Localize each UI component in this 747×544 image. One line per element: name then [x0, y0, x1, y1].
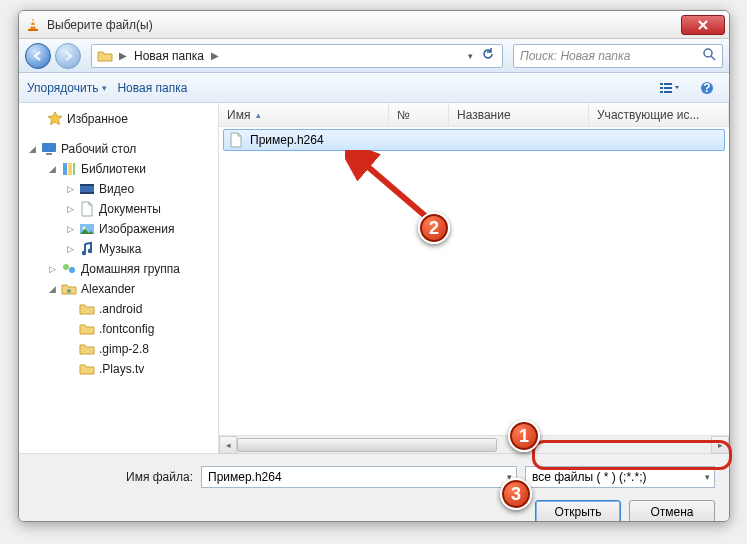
folder-icon [79, 361, 95, 377]
sidebar-tree[interactable]: Избранное ◢ Рабочий стол ◢ Библиотеки ▷ … [19, 103, 219, 453]
sidebar-item-pictures[interactable]: ▷ Изображения [19, 219, 218, 239]
search-placeholder: Поиск: Новая папка [520, 49, 630, 63]
svg-line-7 [711, 56, 715, 60]
sidebar-item-folder[interactable]: .gimp-2.8 [19, 339, 218, 359]
filename-input[interactable]: Пример.h264 ▾ [201, 466, 517, 488]
search-icon [702, 47, 716, 64]
folder-icon [79, 301, 95, 317]
column-number[interactable]: № [389, 103, 449, 126]
libraries-icon [61, 161, 77, 177]
expander-icon[interactable]: ◢ [47, 164, 57, 174]
svg-rect-13 [664, 91, 672, 93]
svg-line-31 [360, 160, 430, 220]
file-list[interactable]: Пример.h264 [219, 127, 729, 435]
dialog-footer: Имя файла: Пример.h264 ▾ все файлы ( * )… [19, 453, 729, 522]
new-folder-button[interactable]: Новая папка [117, 81, 187, 95]
folder-icon [79, 321, 95, 337]
svg-rect-17 [46, 153, 52, 155]
sidebar-item-desktop[interactable]: ◢ Рабочий стол [19, 139, 218, 159]
open-button[interactable]: Открыть [535, 500, 621, 522]
svg-rect-2 [31, 21, 35, 22]
breadcrumb-item[interactable]: Новая папка [132, 49, 206, 63]
file-row-selected[interactable]: Пример.h264 [223, 129, 725, 151]
expander-icon[interactable]: ▷ [65, 244, 75, 254]
filename-label: Имя файла: [33, 470, 193, 484]
document-icon [79, 201, 95, 217]
sidebar-item-libraries[interactable]: ◢ Библиотеки [19, 159, 218, 179]
expander-icon[interactable]: ▷ [65, 204, 75, 214]
file-type-combo[interactable]: все файлы ( * ) (;*.*;) ▾ [525, 466, 715, 488]
svg-rect-1 [28, 29, 38, 31]
music-icon [79, 241, 95, 257]
sidebar-item-documents[interactable]: ▷ Документы [19, 199, 218, 219]
file-icon [228, 132, 244, 148]
folder-icon [79, 341, 95, 357]
svg-rect-18 [63, 163, 67, 175]
svg-rect-22 [80, 184, 94, 186]
svg-rect-3 [30, 25, 35, 26]
chevron-right-icon[interactable]: ▶ [211, 50, 219, 61]
titlebar: Выберите файл(ы) [19, 11, 729, 39]
svg-rect-8 [660, 83, 663, 85]
expander-icon[interactable]: ▷ [65, 224, 75, 234]
expander-icon[interactable]: ◢ [27, 144, 37, 154]
column-headers: Имя № Название Участвующие ис... [219, 103, 729, 127]
view-options-button[interactable] [655, 78, 683, 98]
sidebar-item-folder[interactable]: .android [19, 299, 218, 319]
annotation-badge-2: 2 [418, 212, 450, 244]
scroll-left-button[interactable]: ◂ [219, 436, 237, 454]
horizontal-scrollbar[interactable]: ◂ ▸ [219, 435, 729, 453]
cancel-button[interactable]: Отмена [629, 500, 715, 522]
svg-rect-16 [42, 143, 56, 152]
toolbar: Упорядочить▾ Новая папка ? [19, 73, 729, 103]
video-icon [79, 181, 95, 197]
svg-rect-9 [664, 83, 672, 85]
annotation-badge-1: 1 [508, 420, 540, 452]
svg-point-30 [67, 289, 71, 293]
sidebar-item-videos[interactable]: ▷ Видео [19, 179, 218, 199]
breadcrumb-bar[interactable]: ▶ Новая папка ▶ ▾ [91, 44, 503, 68]
star-icon [47, 111, 63, 127]
sidebar-item-user[interactable]: ◢ Alexander [19, 279, 218, 299]
folder-icon [96, 48, 114, 64]
svg-rect-11 [664, 87, 672, 89]
nav-back-button[interactable] [25, 43, 51, 69]
dropdown-icon[interactable]: ▾ [705, 472, 710, 482]
chevron-right-icon[interactable]: ▶ [119, 50, 127, 61]
file-dialog-window: Выберите файл(ы) ▶ Новая папка ▶ ▾ Поиск… [18, 10, 730, 522]
svg-rect-20 [73, 163, 75, 175]
nav-forward-button[interactable] [55, 43, 81, 69]
column-contributing[interactable]: Участвующие ис... [589, 103, 729, 126]
expander-icon[interactable]: ▷ [47, 264, 57, 274]
svg-point-26 [82, 251, 86, 255]
svg-point-6 [704, 49, 712, 57]
sidebar-item-folder[interactable]: .Plays.tv [19, 359, 218, 379]
homegroup-icon [61, 261, 77, 277]
svg-rect-12 [660, 91, 663, 93]
svg-point-27 [88, 249, 92, 253]
expander-icon[interactable]: ◢ [47, 284, 57, 294]
svg-marker-0 [30, 18, 36, 29]
scroll-right-button[interactable]: ▸ [711, 436, 729, 454]
sidebar-item-music[interactable]: ▷ Музыка [19, 239, 218, 259]
sidebar-item-folder[interactable]: .fontconfig [19, 319, 218, 339]
desktop-icon [41, 141, 57, 157]
user-folder-icon [61, 281, 77, 297]
search-input[interactable]: Поиск: Новая папка [513, 44, 723, 68]
help-button[interactable]: ? [693, 78, 721, 98]
svg-rect-23 [80, 192, 94, 194]
file-pane: Имя № Название Участвующие ис... Пример.… [219, 103, 729, 453]
refresh-button[interactable] [478, 47, 498, 64]
vlc-icon [25, 17, 41, 33]
sidebar-item-favorites[interactable]: Избранное [19, 109, 218, 129]
organize-menu[interactable]: Упорядочить▾ [27, 81, 107, 95]
expander-icon[interactable]: ▷ [65, 184, 75, 194]
svg-rect-19 [68, 163, 72, 175]
scroll-thumb[interactable] [237, 438, 497, 452]
column-title[interactable]: Название [449, 103, 589, 126]
column-name[interactable]: Имя [219, 103, 389, 126]
sidebar-item-homegroup[interactable]: ▷ Домашняя группа [19, 259, 218, 279]
breadcrumb-dropdown[interactable]: ▾ [462, 51, 478, 61]
svg-text:?: ? [703, 81, 710, 95]
close-button[interactable] [681, 15, 725, 35]
